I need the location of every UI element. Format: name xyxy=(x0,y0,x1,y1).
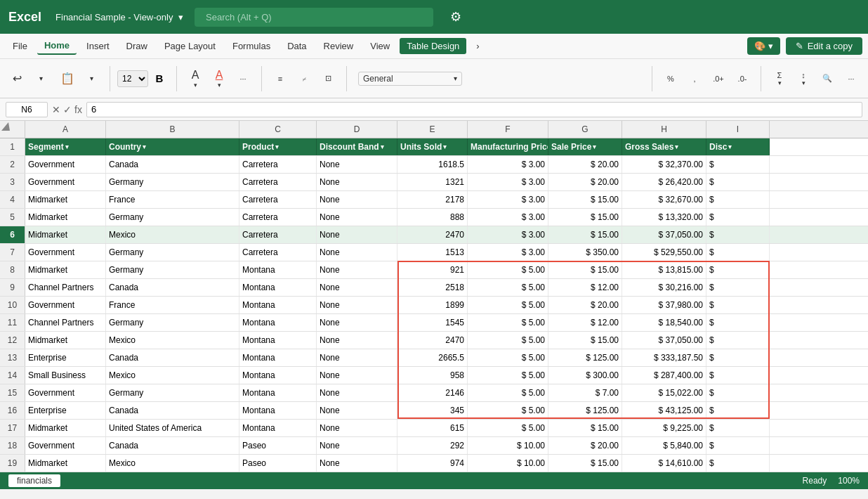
table-row[interactable]: 13EnterpriseCanadaMontanaNone2665.5$ 5.0… xyxy=(0,349,868,367)
list-item[interactable]: None xyxy=(317,349,397,366)
list-item[interactable]: 1321 xyxy=(397,174,468,190)
list-item[interactable]: Canada xyxy=(106,279,239,296)
menu-draw[interactable]: Draw xyxy=(119,38,154,54)
col-header-h[interactable]: H xyxy=(622,121,706,138)
list-item[interactable]: $ 10.00 xyxy=(468,455,548,472)
list-item[interactable]: $ xyxy=(706,384,770,401)
col-header-i[interactable]: I xyxy=(706,121,770,138)
list-item[interactable]: $ 7.00 xyxy=(548,384,622,401)
list-item[interactable]: $ 5,840.00 xyxy=(622,437,706,454)
list-item[interactable]: None xyxy=(317,384,397,401)
menu-data[interactable]: Data xyxy=(280,38,313,54)
list-item[interactable]: 1618.5 xyxy=(397,156,468,173)
list-item[interactable]: Montana xyxy=(239,349,317,366)
list-item[interactable]: Carretera xyxy=(239,156,317,173)
table-row[interactable]: 3GovernmentGermanyCarreteraNone1321$ 3.0… xyxy=(0,174,868,191)
insert-function-icon[interactable]: fx xyxy=(74,104,82,115)
list-item[interactable]: $ xyxy=(706,332,770,349)
list-item[interactable]: None xyxy=(317,209,397,226)
list-item[interactable]: Germany xyxy=(106,261,239,278)
list-item[interactable]: Canada xyxy=(106,349,239,366)
list-item[interactable]: $ 37,050.00 xyxy=(622,226,706,243)
list-item[interactable]: Government xyxy=(25,244,106,261)
table-row[interactable]: 17MidmarketUnited States of AmericaMonta… xyxy=(0,420,868,437)
list-item[interactable]: $ 15.00 xyxy=(548,455,622,472)
list-item[interactable]: 958 xyxy=(397,367,468,384)
list-item[interactable]: Germany xyxy=(106,174,239,190)
search-button[interactable]: 🔍 xyxy=(816,71,839,86)
table-row[interactable]: 16EnterpriseCanadaMontanaNone345$ 5.00$ … xyxy=(0,402,868,420)
cancel-formula-icon[interactable]: ✕ xyxy=(52,104,60,115)
list-item[interactable]: Midmarket xyxy=(25,420,106,436)
list-item[interactable]: Sale Price▾ xyxy=(548,138,622,155)
list-item[interactable]: Mexico xyxy=(106,367,239,384)
number-format-dropdown[interactable]: General▾ xyxy=(354,69,466,89)
decrease-decimal[interactable]: .0- xyxy=(731,72,754,86)
table-row[interactable]: 8MidmarketGermanyMontanaNone921$ 5.00$ 1… xyxy=(0,261,868,279)
list-item[interactable]: Segment▾ xyxy=(25,138,106,155)
list-item[interactable]: Small Business xyxy=(25,367,106,384)
sum-button[interactable]: Σ▾ xyxy=(768,68,791,89)
list-item[interactable]: Midmarket xyxy=(25,261,106,278)
col-header-e[interactable]: E xyxy=(397,121,468,138)
list-item[interactable]: Montana xyxy=(239,367,317,384)
list-item[interactable]: Montana xyxy=(239,384,317,401)
list-item[interactable]: Germany xyxy=(106,384,239,401)
list-item[interactable]: $ 15.00 xyxy=(548,261,622,278)
list-item[interactable]: $ 5.00 xyxy=(468,402,548,419)
table-row[interactable]: 7GovernmentGermanyCarreteraNone1513$ 3.0… xyxy=(0,244,868,261)
list-item[interactable]: France xyxy=(106,191,239,208)
list-item[interactable]: Midmarket xyxy=(25,191,106,208)
list-item[interactable]: $ xyxy=(706,367,770,384)
list-item[interactable]: $ 12.00 xyxy=(548,279,622,296)
list-item[interactable]: Mexico xyxy=(106,332,239,349)
list-item[interactable]: $ 15.00 xyxy=(548,420,622,436)
increase-decimal[interactable]: .0+ xyxy=(707,72,730,86)
table-row[interactable]: 15GovernmentGermanyMontanaNone2146$ 5.00… xyxy=(0,384,868,402)
table-row[interactable]: 9Channel PartnersCanadaMontanaNone2518$ … xyxy=(0,279,868,297)
list-item[interactable]: $ 14,610.00 xyxy=(622,455,706,472)
list-item[interactable]: Product▾ xyxy=(239,138,317,155)
list-item[interactable]: Germany xyxy=(106,244,239,261)
list-item[interactable]: $ 5.00 xyxy=(468,314,548,331)
col-header-d[interactable]: D xyxy=(317,121,397,138)
list-item[interactable]: Midmarket xyxy=(25,226,106,243)
list-item[interactable]: Montana xyxy=(239,402,317,419)
list-item[interactable]: $ 32,670.00 xyxy=(622,191,706,208)
list-item[interactable]: $ 5.00 xyxy=(468,367,548,384)
list-item[interactable]: 292 xyxy=(397,437,468,454)
table-row[interactable]: 4MidmarketFranceCarreteraNone2178$ 3.00$… xyxy=(0,191,868,209)
list-item[interactable]: None xyxy=(317,297,397,313)
list-item[interactable]: $ xyxy=(706,437,770,454)
list-item[interactable]: Carretera xyxy=(239,226,317,243)
list-item[interactable]: $ xyxy=(706,174,770,190)
table-row[interactable]: 6MidmarketMexicoCarreteraNone2470$ 3.00$… xyxy=(0,226,868,244)
list-item[interactable]: $ 15,022.00 xyxy=(622,384,706,401)
list-item[interactable]: $ 350.00 xyxy=(548,244,622,261)
table-row[interactable]: 1Segment▾Country▾Product▾Discount Band▾U… xyxy=(0,138,868,156)
table-row[interactable]: 11Channel PartnersGermanyMontanaNone1545… xyxy=(0,314,868,332)
list-item[interactable]: $ 30,216.00 xyxy=(622,279,706,296)
table-row[interactable]: 14Small BusinessMexicoMontanaNone958$ 5.… xyxy=(0,367,868,384)
list-item[interactable]: $ 15.00 xyxy=(548,226,622,243)
list-item[interactable]: Disc▾ xyxy=(706,138,770,155)
list-item[interactable]: Government xyxy=(25,297,106,313)
formula-input[interactable] xyxy=(86,102,862,117)
list-item[interactable]: $ xyxy=(706,279,770,296)
list-item[interactable]: 2665.5 xyxy=(397,349,468,366)
list-item[interactable]: $ 3.00 xyxy=(468,226,548,243)
list-item[interactable]: $ 125.00 xyxy=(548,349,622,366)
list-item[interactable]: Midmarket xyxy=(25,455,106,472)
align-left[interactable]: ≡ xyxy=(269,72,291,86)
list-item[interactable]: Canada xyxy=(106,437,239,454)
list-item[interactable]: $ 20.00 xyxy=(548,174,622,190)
menu-home[interactable]: Home xyxy=(37,37,77,55)
cell-reference-input[interactable] xyxy=(6,102,48,117)
clipboard-button[interactable]: 📋 xyxy=(56,69,79,88)
list-item[interactable]: 1513 xyxy=(397,244,468,261)
list-item[interactable]: 2518 xyxy=(397,279,468,296)
col-header-f[interactable]: F xyxy=(468,121,548,138)
list-item[interactable]: Government xyxy=(25,437,106,454)
list-item[interactable]: $ 20.00 xyxy=(548,156,622,173)
list-item[interactable]: Carretera xyxy=(239,209,317,226)
